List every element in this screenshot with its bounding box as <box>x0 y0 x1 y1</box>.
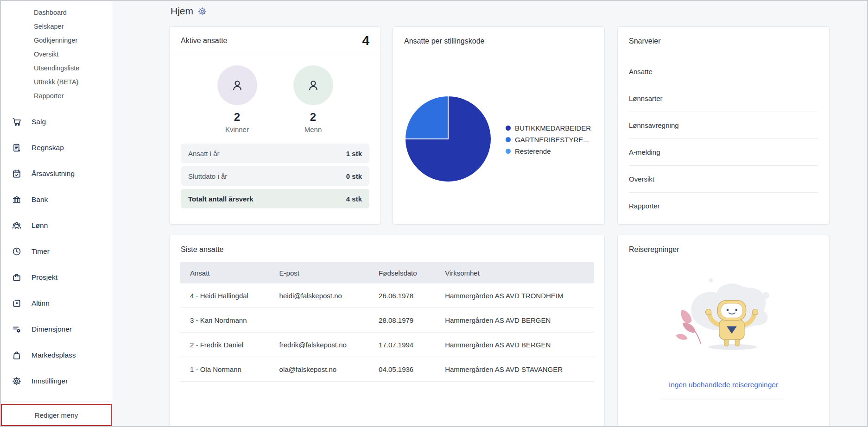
cell-fodselsdato: 26.06.1978 <box>379 292 445 300</box>
sidebar-submenu-item[interactable]: Oversikt <box>1 47 112 61</box>
robot-illustration <box>618 270 829 353</box>
legend-row: Resterende <box>506 145 591 157</box>
people-icon <box>12 221 21 230</box>
sidebar-item-label: Salg <box>32 118 46 126</box>
sidebar-item-label: Timer <box>32 247 50 256</box>
table-row[interactable]: 4 - Heidi Hallingdal heidi@falskepost.no… <box>180 283 594 308</box>
pie-slice <box>405 96 448 139</box>
sidebar-item[interactable]: Markedsplass <box>1 346 112 364</box>
gender-circle <box>217 65 257 105</box>
sidebar-item[interactable]: Innstillinger <box>1 372 112 390</box>
sidebar-bottom-divider <box>1 402 112 402</box>
column-header: Fødselsdato <box>379 269 445 277</box>
card-title: Siste ansatte <box>170 235 604 254</box>
shopping-bag-icon <box>12 351 21 360</box>
cell-ansatt: 3 - Kari Nordmann <box>180 316 279 324</box>
cell-ansatt: 4 - Heidi Hallingdal <box>180 292 279 300</box>
list-gear-icon <box>12 325 21 334</box>
column-header: Virksomhet <box>445 269 594 277</box>
table-row[interactable]: 2 - Fredrik Daniel fredrik@falskepost.no… <box>180 333 594 357</box>
sidebar-item-label: Altinn <box>32 299 50 308</box>
shortcuts-card: Snarveier Ansatte Lønnsarter Lønnsavregn… <box>617 26 830 225</box>
gear-icon[interactable] <box>198 7 207 16</box>
gender-label: Kvinner <box>209 126 265 133</box>
cell-epost: ola@falskepost.no <box>279 365 379 373</box>
briefcase-icon <box>12 273 21 282</box>
employee-stats: Ansatt i år 1 stk Sluttdato i år 0 stk T… <box>181 144 369 208</box>
sidebar-submenu: Dashboard Selskaper Godkjenninger Oversi… <box>1 1 112 103</box>
sidebar-item[interactable]: Dimensjoner <box>1 320 112 339</box>
sidebar-submenu-item[interactable]: Utsendingsliste <box>1 61 112 75</box>
travel-divider <box>660 400 785 400</box>
shortcut-link[interactable]: Ansatte <box>629 58 818 85</box>
sidebar-item-label: Dimensjoner <box>32 325 72 333</box>
sidebar-submenu-item[interactable]: Rapporter <box>1 89 112 103</box>
app-window: Dashboard Selskaper Godkjenninger Oversi… <box>0 0 868 427</box>
sidebar-item[interactable]: Årsavslutning <box>1 164 112 183</box>
shortcut-link[interactable]: Rapporter <box>629 193 818 219</box>
active-employees-header: Aktive ansatte 4 <box>170 27 380 55</box>
table-row[interactable]: 3 - Kari Nordmann 28.08.1979 Hammergårde… <box>180 308 594 333</box>
cell-fodselsdato: 17.07.1994 <box>379 341 445 349</box>
legend-row: GARTNERIBESTYRE... <box>506 134 591 145</box>
stat-value: 4 stk <box>346 195 362 203</box>
column-header: Ansatt <box>180 269 279 277</box>
cell-fodselsdato: 04.05.1936 <box>379 365 445 373</box>
shortcut-link[interactable]: Lønnsavregning <box>629 112 818 139</box>
gender-groups: 2 Kvinner 2 Menn <box>170 65 380 133</box>
sidebar-submenu-item[interactable]: Godkjenninger <box>1 33 112 47</box>
stat-label: Totalt antall årsverk <box>188 195 253 203</box>
person-icon <box>306 78 320 92</box>
legend-label: BUTIKKMEDARBEIDER <box>515 124 591 132</box>
altinn-frame-icon <box>12 299 21 308</box>
legend-row: BUTIKKMEDARBEIDER <box>506 122 591 134</box>
shortcut-link[interactable]: Lønnsarter <box>629 85 818 112</box>
travel-expenses-link[interactable]: Ingen ubehandlede reiseregninger <box>618 381 829 389</box>
sidebar-item[interactable]: Lønn <box>1 216 112 235</box>
stat-label: Ansatt i år <box>188 150 220 157</box>
gender-circle <box>293 65 333 105</box>
cell-virksomhet: Hammergården AS AVD TRONDHEIM <box>445 292 594 300</box>
legend-dot <box>506 126 511 131</box>
stat-row: Totalt antall årsverk 4 stk <box>181 189 369 208</box>
stat-row: Sluttdato i år 0 stk <box>181 166 369 186</box>
sidebar-submenu-item[interactable]: Selskaper <box>1 19 112 33</box>
table-row[interactable]: 1 - Ola Normann ola@falskepost.no 04.05.… <box>180 357 594 382</box>
cell-fodselsdato: 28.08.1979 <box>379 316 445 324</box>
legend-label: GARTNERIBESTYRE... <box>515 136 589 144</box>
document-icon <box>12 143 21 152</box>
cell-epost: fredrik@falskepost.no <box>279 341 379 349</box>
sidebar-item[interactable]: Prosjekt <box>1 268 112 287</box>
gender-count: 2 <box>209 111 265 124</box>
legend-dot <box>506 149 511 154</box>
gender-group: 2 Menn <box>285 65 341 133</box>
cell-virksomhet: Hammergården AS AVD BERGEN <box>445 341 594 349</box>
shortcut-link[interactable]: Oversikt <box>629 166 818 193</box>
stat-value: 0 stk <box>346 172 362 180</box>
sidebar-submenu-item[interactable]: Dashboard <box>1 6 112 19</box>
legend-label: Resterende <box>515 147 551 155</box>
gender-count: 2 <box>285 111 341 124</box>
shortcut-links: Ansatte Lønnsarter Lønnsavregning A-meld… <box>618 58 829 219</box>
page-header: Hjem <box>171 6 207 17</box>
pie-chart <box>404 95 492 183</box>
calendar-check-icon <box>12 169 21 178</box>
latest-employees-table: Ansatt E-post Fødselsdato Virksomhet 4 -… <box>180 262 594 382</box>
sidebar-item[interactable]: Altinn <box>1 294 112 313</box>
stat-value: 1 stk <box>346 150 362 157</box>
shortcut-link[interactable]: A-melding <box>629 139 818 166</box>
edit-menu-button[interactable]: Rediger meny <box>1 404 112 426</box>
travel-expenses-card: Reiseregninger <box>617 235 830 427</box>
table-header: Ansatt E-post Fødselsdato Virksomhet <box>180 262 594 283</box>
cell-epost: heidi@falskepost.no <box>279 292 379 300</box>
sidebar-item[interactable]: Salg <box>1 113 112 131</box>
stat-label: Sluttdato i år <box>188 172 227 180</box>
clock-icon <box>12 247 21 256</box>
sidebar-submenu-item[interactable]: Uttrekk (BETA) <box>1 75 112 89</box>
sidebar-item[interactable]: Regnskap <box>1 138 112 157</box>
sidebar-item[interactable]: Bank <box>1 190 112 209</box>
sidebar-item[interactable]: Timer <box>1 242 112 261</box>
sidebar-item-label: Markedsplass <box>32 351 76 359</box>
cell-virksomhet: Hammergården AS AVD BERGEN <box>445 316 594 324</box>
sidebar-item-label: Regnskap <box>32 144 64 152</box>
